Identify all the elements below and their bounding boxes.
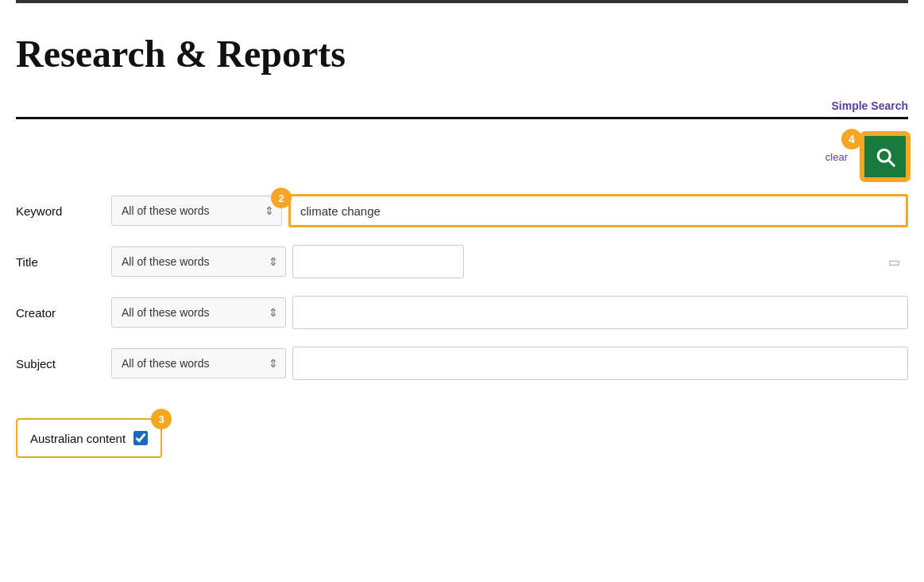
australian-content-checkbox[interactable] (133, 431, 148, 445)
subject-label: Subject (16, 357, 111, 371)
subject-row: Subject All of these words Any of these … (16, 347, 908, 380)
keyword-badge: 2 (271, 188, 292, 208)
search-form: Keyword All of these words Any of these … (16, 194, 908, 380)
australian-content-label: Australian content (30, 432, 126, 445)
search-icon (873, 145, 897, 169)
creator-row: Creator All of these words Any of these … (16, 296, 908, 329)
subject-select-wrapper: All of these words Any of these words No… (111, 348, 286, 378)
badge-4: 4 (841, 129, 862, 149)
keyword-select-wrapper: All of these words Any of these words No… (111, 196, 282, 226)
title-input[interactable] (292, 245, 464, 278)
search-button[interactable] (862, 134, 908, 180)
title-select[interactable]: All of these words Any of these words No… (111, 246, 286, 277)
title-select-wrapper: All of these words Any of these words No… (111, 246, 286, 277)
creator-input[interactable] (292, 296, 908, 329)
title-label: Title (16, 255, 111, 269)
creator-select-wrapper: All of these words Any of these words No… (111, 297, 286, 328)
creator-label: Creator (16, 306, 111, 320)
australian-content-badge: 3 (151, 409, 172, 429)
australian-content-row: Australian content 3 (16, 418, 162, 458)
simple-search-link[interactable]: Simple Search (832, 99, 909, 112)
keyword-input[interactable] (288, 194, 908, 227)
simple-search-row: Simple Search (16, 99, 908, 119)
keyword-row: Keyword All of these words Any of these … (16, 194, 908, 227)
title-row: Title All of these words Any of these wo… (16, 245, 908, 278)
keyword-label: Keyword (16, 204, 111, 218)
subject-select[interactable]: All of these words Any of these words No… (111, 348, 286, 378)
bottom-section: Australian content 3 (16, 398, 908, 471)
search-toolbar: 4 clear (16, 134, 908, 180)
top-border (16, 0, 908, 3)
creator-select[interactable]: All of these words Any of these words No… (111, 297, 286, 328)
title-input-wrapper: ▭ (292, 245, 908, 278)
clear-link[interactable]: clear (825, 151, 848, 163)
title-input-icon: ▭ (888, 254, 900, 270)
keyword-select[interactable]: All of these words Any of these words No… (111, 196, 282, 226)
page-title: Research & Reports (16, 16, 908, 99)
subject-input[interactable] (292, 347, 908, 380)
